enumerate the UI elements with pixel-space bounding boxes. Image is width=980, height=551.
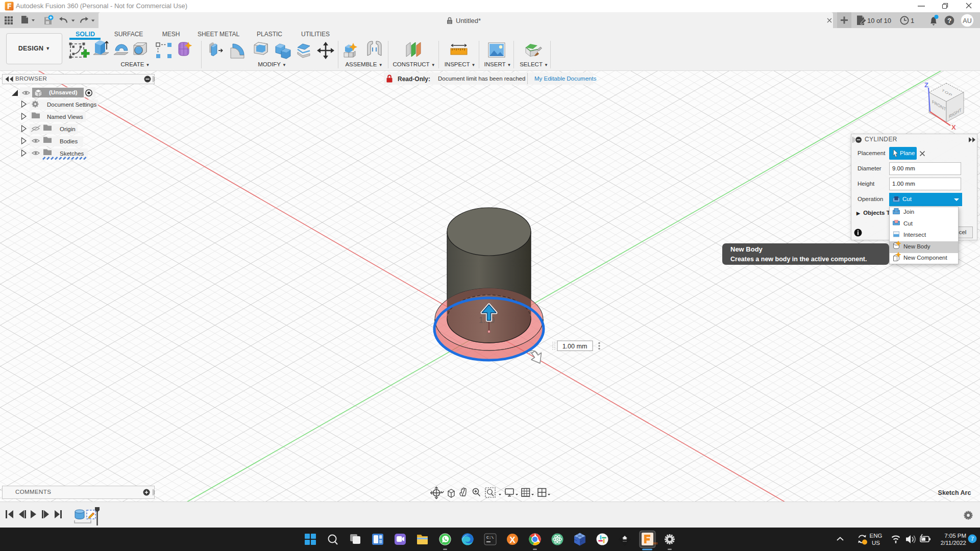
svg-text:?: ?: [947, 17, 951, 24]
svg-text:7: 7: [971, 536, 974, 542]
svg-text:C:\: C:\: [486, 535, 494, 540]
svg-text:2/11/2022: 2/11/2022: [941, 540, 966, 546]
svg-text:Z: Z: [924, 81, 928, 89]
svg-text:360: 360: [653, 542, 657, 545]
svg-text:7:05 PM: 7:05 PM: [944, 533, 966, 539]
svg-text:X: X: [509, 535, 516, 545]
svg-text:Sketch Arc: Sketch Arc: [938, 489, 971, 496]
svg-text:ENG: ENG: [870, 533, 883, 539]
svg-text:AU: AU: [963, 17, 971, 24]
svg-text:1.00 mm: 1.00 mm: [562, 343, 587, 350]
svg-text:X: X: [951, 123, 956, 131]
svg-text:US: US: [872, 540, 880, 546]
